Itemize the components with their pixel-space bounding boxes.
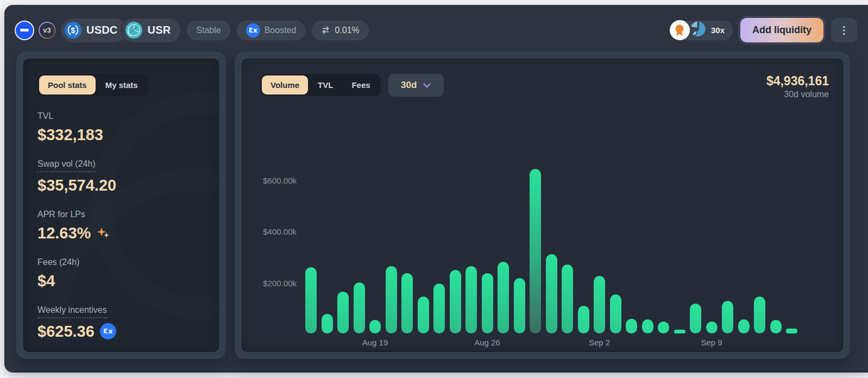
volume-bar[interactable] [578, 306, 589, 334]
volume-bar[interactable] [433, 284, 445, 333]
stat-value: $35,574.20 [37, 176, 205, 194]
usr-token-icon [125, 22, 142, 39]
stable-badge[interactable]: Stable [187, 21, 230, 40]
total-volume-label: 30d volume [766, 90, 829, 99]
volume-bar[interactable] [642, 319, 653, 333]
pool-stats-panel: Pool stats My stats TVL $332,183 Swap vo… [16, 52, 226, 359]
x-axis-tick-label: Sep 2 [589, 338, 610, 347]
volume-bar[interactable] [386, 266, 397, 333]
volume-bar[interactable] [337, 292, 349, 333]
volume-bar[interactable] [369, 320, 381, 333]
tab-pool-stats[interactable]: Pool stats [39, 75, 96, 94]
volume-bar[interactable] [738, 319, 750, 333]
volume-bar[interactable] [322, 314, 333, 333]
boost-multiplier-label: 30x [711, 26, 725, 35]
pool-detail-page: v3 $ USDC USR [4, 5, 868, 373]
x-axis-tick-label: Sep 9 [701, 338, 722, 347]
boosted-badge-label: Boosted [265, 26, 297, 35]
volume-bar-chart: $200.00k$400.00k$600.00kAug 19Aug 26Sep … [242, 59, 842, 351]
ex-protocol-icon: Ɛx [246, 23, 260, 37]
x-axis-tick-label: Aug 19 [362, 338, 388, 347]
volume-bar[interactable] [610, 294, 621, 333]
kebab-icon: ⋮ [839, 24, 850, 36]
volume-bar[interactable] [722, 301, 733, 333]
token-pair: $ USDC USR [61, 18, 180, 42]
token-usdc[interactable]: $ USDC [61, 18, 127, 42]
range-selected-label: 30d [401, 80, 417, 91]
volume-bar[interactable] [786, 329, 797, 333]
volume-bar[interactable] [530, 169, 541, 333]
volume-bar[interactable] [498, 262, 509, 333]
volume-bar[interactable] [594, 276, 605, 333]
chart-header: Volume TVL Fees 30d $4,936,161 30d volum… [260, 74, 829, 99]
swap-arrows-icon [321, 26, 330, 34]
volume-bar[interactable] [674, 330, 685, 333]
stats-tab-bar: Pool stats My stats [37, 74, 148, 96]
stat-value: $332,183 [37, 125, 205, 144]
volume-bar[interactable] [418, 297, 429, 334]
volume-bar[interactable] [450, 270, 461, 333]
add-liquidity-button[interactable]: Add liquidity [740, 18, 823, 42]
stat-fees: Fees (24h) $4 [37, 257, 205, 290]
tab-volume[interactable]: Volume [262, 75, 308, 94]
volume-bar[interactable] [401, 273, 413, 333]
y-axis-tick-label: $400.00k [242, 227, 297, 236]
stat-label[interactable]: Swap vol (24h) [37, 159, 96, 172]
volume-bar[interactable] [354, 282, 365, 334]
volume-bar[interactable] [466, 266, 477, 333]
stat-value: 12.63% [37, 224, 205, 242]
stat-label: TVL [37, 111, 53, 122]
medal-icon [670, 20, 690, 40]
more-options-button[interactable]: ⋮ [831, 18, 857, 42]
volume-bar[interactable] [658, 322, 669, 333]
stat-weekly-incentives: Weekly incentives $625.36 Ɛx [37, 305, 205, 341]
sparkle-icon [96, 226, 110, 240]
swap-fee-badge[interactable]: 0.01% [312, 21, 368, 40]
tab-fees[interactable]: Fees [343, 75, 379, 94]
stat-label[interactable]: Weekly incentives [37, 305, 107, 318]
boosted-badge[interactable]: Ɛx Boosted [237, 21, 306, 40]
volume-bar[interactable] [482, 273, 493, 333]
tab-my-stats[interactable]: My stats [97, 75, 147, 94]
token-symbol: USR [147, 24, 171, 36]
tab-tvl[interactable]: TVL [309, 75, 342, 94]
stat-value: $4 [37, 272, 205, 290]
usdc-token-icon: $ [65, 22, 81, 39]
swap-fee-label: 0.01% [335, 26, 359, 35]
stable-badge-label: Stable [196, 26, 221, 35]
stat-label: Fees (24h) [37, 257, 79, 268]
rewards-multiplier-badge[interactable]: 30x [670, 21, 733, 40]
token-symbol: USDC [86, 24, 117, 36]
range-dropdown[interactable]: 30d [388, 74, 444, 97]
pool-header: v3 $ USDC USR [15, 18, 857, 42]
volume-bar[interactable] [562, 264, 573, 333]
svg-text:$: $ [71, 26, 76, 35]
version-badge-label: v3 [43, 26, 51, 34]
volume-bar[interactable] [626, 319, 637, 333]
volume-bar[interactable] [706, 322, 718, 333]
stat-apr: APR for LPs 12.63% [37, 209, 205, 242]
protocol-logo-icon[interactable] [15, 21, 34, 40]
total-volume-value: $4,936,161 [766, 74, 829, 88]
stat-value: $625.36 Ɛx [37, 322, 205, 341]
pie-chart-icon [689, 20, 708, 41]
token-usr[interactable]: USR [122, 18, 180, 42]
volume-bar[interactable] [546, 254, 557, 333]
y-axis-tick-label: $200.00k [242, 279, 297, 288]
chevron-down-icon [423, 83, 431, 88]
volume-bar[interactable] [754, 297, 765, 333]
stat-swap-volume: Swap vol (24h) $35,574.20 [37, 159, 205, 194]
stat-tvl: TVL $332,183 [37, 111, 205, 144]
x-axis-tick-label: Aug 26 [474, 338, 500, 347]
volume-bar[interactable] [305, 267, 317, 333]
chart-tab-bar: Volume TVL Fees [260, 74, 381, 96]
ex-protocol-icon: Ɛx [100, 323, 116, 339]
chart-panel: $200.00k$400.00k$600.00kAug 19Aug 26Sep … [235, 52, 850, 359]
volume-bar[interactable] [770, 320, 782, 333]
y-axis-tick-label: $600.00k [242, 176, 297, 185]
volume-bar[interactable] [690, 304, 701, 333]
version-badge[interactable]: v3 [39, 22, 55, 39]
stat-label: APR for LPs [37, 209, 85, 220]
volume-bar[interactable] [514, 278, 525, 333]
chart-totals: $4,936,161 30d volume [766, 74, 829, 99]
